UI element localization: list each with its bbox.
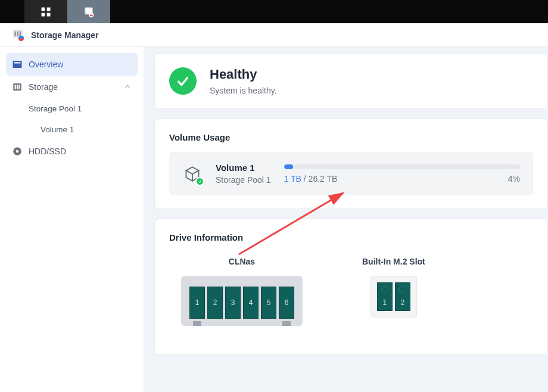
disk-bay-4[interactable]: 4 [243, 287, 259, 319]
svg-rect-7 [91, 9, 92, 13]
overview-icon [12, 59, 23, 70]
volume-usage-line: 1 TB / 26.2 TB 4% [284, 174, 520, 183]
volume-row[interactable]: Volume 1 Storage Pool 1 1 TB / 26.2 TB 4… [169, 152, 533, 195]
volume-name: Volume 1 [216, 163, 271, 173]
svg-rect-19 [18, 85, 20, 89]
disk-bay-6[interactable]: 6 [279, 287, 294, 319]
disk-enclosure: 123456 [181, 276, 303, 326]
main-content: Healthy System is healthy. Volume Usage [144, 47, 548, 392]
volume-status-badge [195, 177, 204, 186]
svg-rect-12 [20, 31, 21, 36]
volume-progress-fill [284, 164, 294, 169]
drive-information-card: Drive Information CLNas 123456 Built-In … [154, 219, 548, 355]
volume-pool: Storage Pool 1 [216, 175, 271, 185]
health-card: Healthy System is healthy. [154, 53, 548, 109]
disk-bay-5[interactable]: 5 [261, 287, 276, 319]
svg-rect-11 [17, 31, 18, 36]
m2-bay-1[interactable]: 1 [377, 282, 393, 311]
disk-bays: 123456 [189, 287, 294, 319]
svg-rect-0 [42, 7, 45, 11]
m2-slot-group: Built-In M.2 Slot 12 [362, 257, 425, 326]
storage-manager-icon [11, 28, 25, 42]
svg-rect-17 [15, 85, 16, 89]
enclosure-label: CLNas [229, 257, 255, 266]
m2-bay-2[interactable]: 2 [395, 282, 410, 311]
check-icon [175, 73, 191, 89]
volume-percent: 4% [508, 174, 520, 183]
check-icon [198, 179, 202, 183]
svg-point-21 [16, 150, 19, 153]
sidebar-item-label: HDD/SSD [29, 147, 66, 156]
sidebar-item-label: Storage Pool 1 [29, 104, 82, 113]
storage-app-icon [83, 6, 95, 18]
volume-text: Volume 1 Storage Pool 1 [216, 163, 271, 185]
window-title: Storage Manager [31, 30, 99, 40]
disk-bay-3[interactable]: 3 [225, 287, 241, 319]
health-subtitle: System is healthy. [210, 86, 277, 95]
volume-icon [182, 164, 203, 184]
top-taskbar [0, 0, 548, 23]
m2-slot: 12 [370, 276, 417, 318]
storage-icon [12, 82, 23, 92]
sidebar-item-storage-pool-1[interactable]: Storage Pool 1 [6, 98, 138, 119]
sidebar-item-volume-1[interactable]: Volume 1 [6, 119, 138, 140]
grid-icon [40, 6, 52, 18]
svg-rect-14 [13, 61, 22, 68]
volume-used: 1 TB [284, 174, 301, 183]
svg-rect-6 [88, 9, 89, 13]
svg-rect-10 [15, 31, 16, 36]
drive-info-heading: Drive Information [169, 232, 533, 242]
sidebar-item-storage[interactable]: Storage [6, 76, 138, 98]
volume-total: 26.2 TB [309, 174, 338, 183]
sidebar: Overview Storage Storage Pool 1 Volume 1… [0, 47, 144, 392]
svg-rect-18 [17, 85, 18, 89]
sidebar-item-hdd-ssd[interactable]: HDD/SSD [6, 140, 138, 163]
taskbar-apps-button[interactable] [24, 0, 67, 23]
chevron-up-icon [123, 82, 132, 92]
volume-usage-card: Volume Usage Volume 1 Storage Pool 1 [154, 119, 548, 209]
sidebar-item-label: Overview [29, 60, 63, 69]
taskbar-storage-button[interactable] [67, 0, 110, 23]
health-status-icon [169, 67, 197, 95]
sidebar-item-label: Storage [29, 82, 58, 92]
health-title: Healthy [210, 67, 277, 82]
svg-rect-2 [42, 13, 45, 16]
m2-slot-label: Built-In M.2 Slot [362, 257, 425, 266]
window-titlebar: Storage Manager [0, 23, 548, 47]
svg-rect-15 [14, 62, 21, 63]
volume-separator: / [304, 174, 309, 183]
sidebar-item-label: Volume 1 [41, 125, 74, 134]
svg-rect-5 [86, 9, 88, 13]
drive-enclosure-group: CLNas 123456 [181, 257, 303, 326]
volume-progress-bar [284, 164, 520, 169]
volume-usage-heading: Volume Usage [169, 132, 533, 142]
disk-icon [12, 146, 23, 157]
svg-rect-1 [47, 7, 51, 11]
disk-bay-2[interactable]: 2 [207, 287, 223, 319]
sidebar-item-overview[interactable]: Overview [6, 53, 138, 76]
disk-bay-1[interactable]: 1 [189, 287, 205, 319]
svg-rect-3 [47, 13, 51, 16]
